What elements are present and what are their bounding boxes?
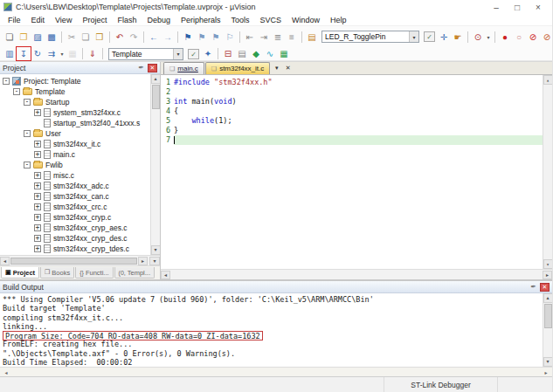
expand-icon[interactable]: + xyxy=(34,203,41,210)
expand-icon[interactable]: + xyxy=(34,141,41,148)
collapse-icon[interactable]: - xyxy=(3,78,10,85)
expand-icon[interactable]: + xyxy=(34,151,41,158)
options-for-target-icon[interactable]: ✦ xyxy=(201,47,215,60)
menu-tools[interactable]: Tools xyxy=(225,16,254,24)
scroll-left-icon[interactable]: ◂ xyxy=(161,271,170,279)
project-tree[interactable]: -Project: Template-Template-Startup+syst… xyxy=(0,74,150,255)
chevron-down-icon[interactable]: ▾ xyxy=(485,34,492,40)
scroll-left-icon[interactable]: ◂ xyxy=(0,257,10,265)
select-packs-icon[interactable]: ∿ xyxy=(263,47,277,60)
minimize-button[interactable]: – xyxy=(486,3,507,12)
scroll-up-icon[interactable]: ▴ xyxy=(543,293,553,303)
build-output-vscrollbar[interactable]: ▴ ▾ xyxy=(543,293,552,367)
tab-close-icon[interactable]: ✕ xyxy=(282,63,294,72)
tree-item-startup-stm32f40-41xxx-s[interactable]: -startup_stm32f40_41xxx.s xyxy=(0,118,150,128)
tree-item-stm32f4xx-cryp-des-c[interactable]: +stm32f4xx_cryp_des.c xyxy=(0,233,150,244)
scroll-thumb[interactable] xyxy=(152,85,160,109)
unindent-icon[interactable]: ⇤ xyxy=(243,31,257,44)
tree-item-stm32f4xx-it-c[interactable]: +stm32f4xx_it.c xyxy=(0,139,150,149)
tree-item-project-template[interactable]: -Project: Template xyxy=(0,76,150,86)
tree-item-stm32f4xx-cryp-c[interactable]: +stm32f4xx_cryp.c xyxy=(0,212,150,223)
maximize-button[interactable]: □ xyxy=(507,3,528,12)
collapse-icon[interactable]: - xyxy=(24,99,31,106)
target-checkbox[interactable]: ✓ xyxy=(188,49,199,59)
menu-peripherals[interactable]: Peripherals xyxy=(176,16,226,24)
editor-vscrollbar[interactable]: ▴ ▾ xyxy=(543,75,552,269)
paste-icon[interactable]: ❒ xyxy=(93,31,107,44)
expand-icon[interactable]: + xyxy=(34,193,41,200)
expand-icon[interactable]: + xyxy=(34,224,41,231)
manage-project-items-icon[interactable]: ⊟ xyxy=(221,47,235,60)
next-bookmark-icon[interactable]: ⚑ xyxy=(209,31,223,44)
collapse-icon[interactable]: - xyxy=(24,162,31,168)
enable-disable-breakpoint-icon[interactable]: ○ xyxy=(512,31,526,44)
scroll-right-icon[interactable]: ▸ xyxy=(138,257,148,265)
target-select[interactable]: Template▾ xyxy=(108,48,183,60)
clear-bookmarks-icon[interactable]: ⚐ xyxy=(223,31,237,44)
navigate-back-icon[interactable]: ← xyxy=(147,31,161,44)
collapse-icon[interactable]: - xyxy=(24,130,31,137)
menu-view[interactable]: View xyxy=(50,16,77,24)
menu-edit[interactable]: Edit xyxy=(26,16,51,24)
pin-icon[interactable]: ✒ xyxy=(138,64,144,72)
menu-svcs[interactable]: SVCS xyxy=(255,16,287,24)
project-tree-vscrollbar[interactable]: ▴ ▾ xyxy=(150,74,160,255)
pin-icon[interactable]: ✒ xyxy=(530,283,536,291)
batch-build-icon[interactable]: ⇉ xyxy=(45,47,59,60)
chevron-down-icon[interactable]: ▾ xyxy=(59,51,66,57)
expand-icon[interactable]: + xyxy=(34,109,41,116)
open-folder-icon[interactable]: ❐ xyxy=(17,31,31,44)
incremental-find-icon[interactable]: ☛ xyxy=(451,31,465,44)
copy-icon[interactable]: ❏ xyxy=(79,31,93,44)
tree-item-startup[interactable]: -Startup xyxy=(0,97,150,107)
tree-item-stm32f4xx-cryp-aes-c[interactable]: +stm32f4xx_cryp_aes.c xyxy=(0,223,150,233)
scroll-thumb[interactable] xyxy=(544,304,552,328)
scroll-up-icon[interactable]: ▴ xyxy=(543,75,553,85)
tree-item-stm32f4xx-cryp-tdes-c[interactable]: +stm32f4xx_cryp_tdes.c xyxy=(0,244,150,254)
editor-hscrollbar[interactable]: ◂ ▸ xyxy=(161,269,552,279)
menu-flash[interactable]: Flash xyxy=(112,16,142,24)
debug-session-icon[interactable]: ⊙ xyxy=(471,31,485,44)
search-combo[interactable]: LED_R_TogglePin▾ xyxy=(321,31,419,43)
scroll-thumb[interactable] xyxy=(10,258,137,265)
tree-item-user[interactable]: -User xyxy=(0,128,150,139)
tree-item-stm32f4xx-crc-c[interactable]: +stm32f4xx_crc.c xyxy=(0,202,150,212)
kill-all-breakpoints-icon[interactable]: ⊘ xyxy=(540,31,553,44)
tree-item-main-c[interactable]: +main.c xyxy=(0,149,150,160)
build-icon[interactable]: ↧ xyxy=(17,47,31,60)
prev-bookmark-icon[interactable]: ⚑ xyxy=(195,31,209,44)
indent-icon[interactable]: ⇥ xyxy=(257,31,271,44)
scroll-right-icon[interactable]: ▸ xyxy=(543,271,552,279)
manage-rte-icon[interactable]: ◆ xyxy=(249,47,263,60)
scroll-down-icon[interactable]: ▾ xyxy=(151,245,161,255)
panel-tab-project[interactable]: ▣Project xyxy=(1,267,39,279)
menu-debug[interactable]: Debug xyxy=(142,16,176,24)
expand-icon[interactable]: + xyxy=(34,172,41,179)
redo-icon[interactable]: ↷ xyxy=(127,31,141,44)
navigate-forward-icon[interactable]: → xyxy=(161,31,175,44)
find-dialog-icon[interactable]: ✛ xyxy=(437,31,451,44)
cut-icon[interactable]: ✂ xyxy=(65,31,79,44)
tree-item-misc-c[interactable]: +misc.c xyxy=(0,170,150,181)
panel-tab-functi[interactable]: {}Functi... xyxy=(75,267,113,279)
translate-icon[interactable]: ▥ xyxy=(3,47,17,60)
rebuild-icon[interactable]: ↻ xyxy=(31,47,45,60)
tree-item-stm32f4xx-adc-c[interactable]: +stm32f4xx_adc.c xyxy=(0,181,150,191)
save-icon[interactable]: ▨ xyxy=(31,31,45,44)
comment-icon[interactable]: ≣ xyxy=(271,31,285,44)
chevron-down-icon[interactable]: ▾ xyxy=(173,49,183,59)
expand-icon[interactable]: + xyxy=(34,182,41,189)
search-options-checkbox[interactable]: ✓ xyxy=(424,31,435,42)
scroll-down-icon[interactable]: ▾ xyxy=(543,259,553,269)
new-file-icon[interactable]: ❏ xyxy=(3,31,17,44)
chevron-down-icon[interactable]: ▾ xyxy=(409,31,418,42)
pack-installer-icon[interactable]: ▦ xyxy=(277,47,291,60)
expand-icon[interactable]: + xyxy=(34,245,41,252)
tab-list-dropdown-icon[interactable]: ▾ xyxy=(271,63,282,72)
uncomment-icon[interactable]: ≡ xyxy=(285,31,299,44)
close-button[interactable]: × xyxy=(528,3,549,12)
undo-icon[interactable]: ↶ xyxy=(113,31,127,44)
panel-tab-templ[interactable]: (0,Templ... xyxy=(114,267,155,279)
code-editor[interactable]: 1#include "stm32f4xx.h"23int main(void)4… xyxy=(161,75,552,269)
build-output-close-icon[interactable]: ✕ xyxy=(540,283,550,292)
